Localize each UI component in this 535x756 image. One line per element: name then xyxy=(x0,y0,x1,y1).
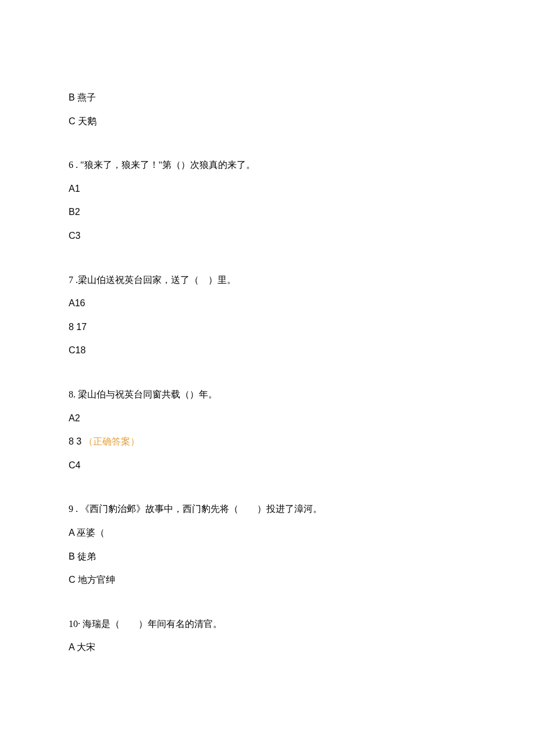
question-number: 9 xyxy=(69,504,73,514)
option-text: A1 xyxy=(69,184,80,194)
question-7: 7 .梁山伯送祝英台回家，送了（ ）里。 xyxy=(69,273,466,288)
question-number: 10· xyxy=(69,619,80,629)
option-text: C3 xyxy=(69,231,80,241)
q5-option-b: B 燕子 xyxy=(69,90,466,105)
option-text: A 巫婆（ xyxy=(69,528,105,538)
question-10: 10· 海瑞是（ ）年间有名的清官。 xyxy=(69,617,466,632)
option-text: C4 xyxy=(69,460,80,470)
q9-option-c: C 地方官绅 xyxy=(69,572,466,587)
q7-option-b: 8 17 xyxy=(69,320,466,335)
question-6: 6 . "狼来了，狼来了！"第（）次狼真的来了。 xyxy=(69,157,466,173)
option-text: B 徒弟 xyxy=(69,551,96,561)
question-number: 8. xyxy=(69,389,76,399)
option-text: 8 3 xyxy=(69,436,81,446)
question-number: 7 xyxy=(69,275,73,285)
question-text: . "狼来了，狼来了！"第（）次狼真的来了。 xyxy=(76,160,255,170)
option-text: A2 xyxy=(69,413,80,423)
q6-option-c: C3 xyxy=(69,228,466,243)
option-text: 8 17 xyxy=(69,322,87,332)
q7-option-a: A16 xyxy=(69,296,466,311)
q8-option-a: A2 xyxy=(69,411,466,426)
q9-option-b: B 徒弟 xyxy=(69,549,466,564)
correct-answer-label: （正确答案） xyxy=(84,436,140,446)
q8-option-c: C4 xyxy=(69,458,466,473)
question-text: . 《西门豹治邺》故事中，西门豹先将（ ）投进了漳河。 xyxy=(76,504,322,514)
q10-option-a: A 大宋 xyxy=(69,640,466,655)
q6-option-a: A1 xyxy=(69,181,466,196)
q6-option-b: B2 xyxy=(69,205,466,220)
q5-option-c: C 天鹅 xyxy=(69,114,466,129)
question-text: .梁山伯送祝英台回家，送了（ ）里。 xyxy=(76,275,236,285)
question-9: 9 . 《西门豹治邺》故事中，西门豹先将（ ）投进了漳河。 xyxy=(69,501,466,517)
question-text: 海瑞是（ ）年间有名的清官。 xyxy=(83,619,222,629)
q7-option-c: C18 xyxy=(69,343,466,358)
question-number: 6 xyxy=(69,160,73,170)
option-text: C18 xyxy=(69,345,85,355)
option-text: A16 xyxy=(69,298,85,308)
question-8: 8. 梁山伯与祝英台同窗共载（）年。 xyxy=(69,387,466,402)
question-text: 梁山伯与祝英台同窗共载（）年。 xyxy=(78,389,217,399)
option-text: B 燕子 xyxy=(69,92,96,102)
q8-option-b: 8 3 （正确答案） xyxy=(69,434,466,449)
option-text: C 天鹅 xyxy=(69,116,97,126)
option-text: C 地方官绅 xyxy=(69,575,115,585)
option-text: A 大宋 xyxy=(69,642,95,652)
q9-option-a: A 巫婆（ xyxy=(69,525,466,540)
option-text: B2 xyxy=(69,207,80,217)
